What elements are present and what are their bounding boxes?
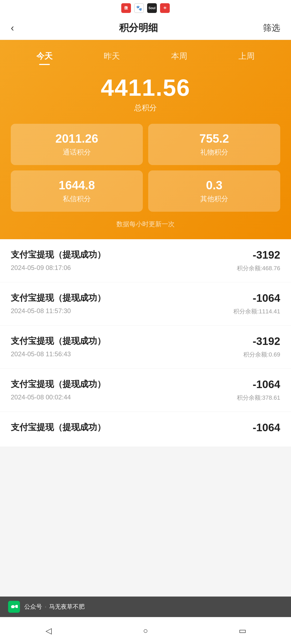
page-title: 积分明细 bbox=[119, 21, 158, 35]
score-card-message: 1644.8 私信积分 bbox=[11, 170, 143, 212]
transaction-amount-section: -1064 bbox=[226, 422, 280, 437]
status-icon-paw: 🐾 bbox=[134, 3, 144, 13]
tab-yesterday[interactable]: 昨天 bbox=[104, 51, 120, 65]
transaction-list: 支付宝提现（提现成功） 2024-05-09 08:17:06 -3192 积分… bbox=[0, 239, 291, 447]
score-card-gift: 755.2 礼物积分 bbox=[148, 124, 280, 165]
table-row: 支付宝提现（提现成功） 2024-05-09 08:17:06 -3192 积分… bbox=[0, 239, 291, 282]
transaction-amount-section: -1064 积分余额:1114.41 bbox=[226, 292, 280, 316]
transaction-title: 支付宝提现（提现成功） bbox=[11, 292, 226, 304]
transaction-amount-section: -1064 积分余额:378.61 bbox=[226, 378, 280, 402]
transaction-amount-section: -3192 积分余额:0.69 bbox=[226, 335, 280, 359]
total-score-label: 总积分 bbox=[11, 103, 280, 113]
total-score-section: 4411.56 总积分 bbox=[11, 76, 280, 113]
nav-bar: ‹ 积分明细 筛选 bbox=[0, 16, 291, 40]
message-score-label: 私信积分 bbox=[16, 194, 137, 204]
wechat-banner[interactable]: 公众号 · 马无夜草不肥 bbox=[0, 597, 291, 617]
filter-button[interactable]: 筛选 bbox=[263, 22, 280, 34]
transaction-info: 支付宝提现（提现成功） 2024-05-08 11:57:30 bbox=[11, 292, 226, 315]
gift-score-number: 755.2 bbox=[154, 132, 275, 145]
transaction-amount: -3192 bbox=[226, 335, 280, 347]
transaction-title: 支付宝提现（提现成功） bbox=[11, 422, 226, 433]
transaction-amount: -3192 bbox=[226, 249, 280, 261]
back-button[interactable]: ‹ bbox=[11, 22, 14, 34]
wechat-banner-text: 公众号 · 马无夜草不肥 bbox=[24, 603, 85, 611]
transaction-balance: 积分余额:378.61 bbox=[226, 394, 280, 402]
transaction-balance: 积分余额:0.69 bbox=[226, 351, 280, 359]
back-nav-button[interactable]: ◁ bbox=[40, 623, 57, 639]
transaction-title: 支付宝提现（提现成功） bbox=[11, 249, 226, 261]
update-notice: 数据每小时更新一次 bbox=[11, 220, 280, 231]
transaction-amount: -1064 bbox=[226, 292, 280, 304]
table-row: 支付宝提现（提现成功） -1064 bbox=[0, 412, 291, 447]
transaction-time: 2024-05-08 00:02:44 bbox=[11, 393, 226, 401]
status-icon-soul: Soul bbox=[147, 3, 157, 13]
transaction-info: 支付宝提现（提现成功） 2024-05-09 08:17:06 bbox=[11, 249, 226, 272]
tab-bar: 今天 昨天 本周 上周 bbox=[11, 51, 280, 65]
score-cards-grid: 2011.26 通话积分 755.2 礼物积分 1644.8 私信积分 0.3 … bbox=[11, 124, 280, 212]
other-score-label: 其他积分 bbox=[154, 194, 275, 204]
status-icon-weibo: 微 bbox=[121, 3, 131, 13]
other-score-number: 0.3 bbox=[154, 179, 275, 192]
total-score-number: 4411.56 bbox=[11, 76, 280, 100]
transaction-info: 支付宝提现（提现成功） 2024-05-08 11:56:43 bbox=[11, 335, 226, 358]
transaction-balance: 积分余额:1114.41 bbox=[226, 307, 280, 316]
table-row: 支付宝提现（提现成功） 2024-05-08 11:56:43 -3192 积分… bbox=[0, 326, 291, 369]
transaction-time: 2024-05-08 11:56:43 bbox=[11, 350, 226, 358]
call-score-label: 通话积分 bbox=[16, 148, 137, 157]
message-score-number: 1644.8 bbox=[16, 179, 137, 192]
transaction-info: 支付宝提现（提现成功） bbox=[11, 422, 226, 437]
gift-score-label: 礼物积分 bbox=[154, 148, 275, 157]
transaction-time: 2024-05-09 08:17:06 bbox=[11, 264, 226, 272]
score-card-other: 0.3 其他积分 bbox=[148, 170, 280, 212]
transaction-title: 支付宝提现（提现成功） bbox=[11, 335, 226, 347]
transaction-amount: -1064 bbox=[226, 378, 280, 390]
recents-nav-button[interactable]: ▭ bbox=[234, 623, 251, 639]
transaction-title: 支付宝提现（提现成功） bbox=[11, 378, 226, 390]
transaction-amount-section: -3192 积分余额:468.76 bbox=[226, 249, 280, 272]
score-card-call: 2011.26 通话积分 bbox=[11, 124, 143, 165]
tab-underline bbox=[39, 64, 50, 65]
table-row: 支付宝提现（提现成功） 2024-05-08 00:02:44 -1064 积分… bbox=[0, 369, 291, 412]
status-bar: 微 🐾 Soul 华 bbox=[0, 0, 291, 16]
table-row: 支付宝提现（提现成功） 2024-05-08 11:57:30 -1064 积分… bbox=[0, 282, 291, 326]
tab-this-week[interactable]: 本周 bbox=[171, 51, 187, 65]
home-nav-button[interactable]: ○ bbox=[137, 623, 154, 639]
wechat-icon bbox=[8, 601, 20, 613]
transaction-balance: 积分余额:468.76 bbox=[226, 264, 280, 272]
transaction-amount: -1064 bbox=[226, 422, 280, 434]
bottom-nav-bar: ◁ ○ ▭ bbox=[0, 617, 291, 644]
status-icon-huawei: 华 bbox=[160, 3, 170, 13]
tab-last-week[interactable]: 上周 bbox=[238, 51, 255, 65]
call-score-number: 2011.26 bbox=[16, 132, 137, 145]
transaction-time: 2024-05-08 11:57:30 bbox=[11, 307, 226, 315]
orange-header: 今天 昨天 本周 上周 4411.56 总积分 2011.26 通话积分 755… bbox=[0, 40, 291, 239]
transaction-info: 支付宝提现（提现成功） 2024-05-08 00:02:44 bbox=[11, 378, 226, 401]
tab-today[interactable]: 今天 bbox=[36, 51, 53, 65]
